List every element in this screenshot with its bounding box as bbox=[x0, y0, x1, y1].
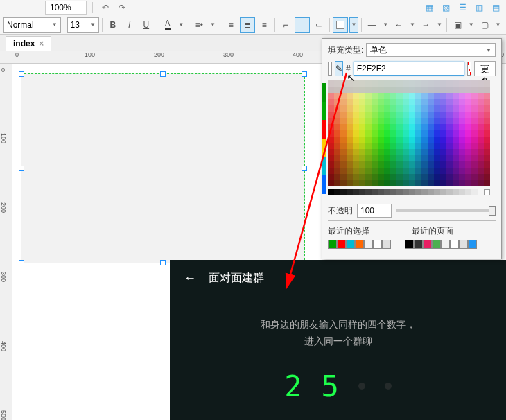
text-color-more-button[interactable]: ▼ bbox=[177, 17, 186, 33]
separator bbox=[220, 18, 220, 32]
back-arrow-icon[interactable]: ← bbox=[184, 271, 196, 286]
top-toolbar: 100% ↶ ↷ ▦ ▧ ☰ ▥ ▤ bbox=[0, 0, 506, 15]
resize-handle-e[interactable] bbox=[302, 166, 307, 171]
align-left-button[interactable]: ≡ bbox=[223, 17, 238, 33]
valign-top-button[interactable]: ⌐ bbox=[278, 17, 293, 33]
resize-handle-n[interactable] bbox=[160, 71, 166, 77]
ruler-mark-v2: 200 bbox=[0, 202, 7, 213]
fill-type-label: 填充类型: bbox=[328, 44, 363, 56]
vertical-ruler: 0 100 200 300 400 500 bbox=[0, 64, 12, 420]
line-start-button[interactable]: ← bbox=[392, 17, 407, 33]
recent-selection-heading: 最近的选择 bbox=[328, 225, 412, 237]
chevron-down-icon: ▼ bbox=[90, 21, 96, 28]
line-end-more-button[interactable]: ▼ bbox=[435, 17, 444, 33]
digit-placeholder-3 bbox=[358, 383, 365, 390]
ruler-mark-h3: 300 bbox=[223, 51, 234, 58]
snap-icon[interactable]: ▧ bbox=[439, 1, 453, 14]
valign-bottom-button[interactable]: ⌙ bbox=[311, 17, 326, 33]
ruler-mark-v4: 400 bbox=[0, 341, 7, 351]
recent-page-swatches[interactable] bbox=[405, 240, 477, 249]
eyedropper-button[interactable]: ✎ bbox=[335, 61, 343, 76]
grid-icon[interactable]: ▦ bbox=[422, 1, 436, 14]
separator bbox=[189, 18, 189, 32]
font-size-select[interactable]: 13 ▼ bbox=[67, 17, 99, 33]
cursor-icon: ↖ bbox=[347, 71, 356, 85]
layers-icon[interactable]: ▤ bbox=[489, 1, 503, 14]
digit-placeholder-4 bbox=[385, 383, 392, 390]
font-size-value: 13 bbox=[71, 20, 80, 30]
ruler-mark-v5: 500 bbox=[0, 410, 7, 420]
valign-middle-button[interactable]: = bbox=[295, 17, 310, 33]
fill-color-more-button[interactable]: ▼ bbox=[349, 17, 358, 33]
overlay-sub1: 和身边的朋友输入同样的四个数字， bbox=[184, 317, 492, 333]
align-right-button[interactable]: ≡ bbox=[256, 17, 272, 33]
ruler-mark-h4: 400 bbox=[293, 51, 303, 58]
line-start-more-button[interactable]: ▼ bbox=[408, 17, 417, 33]
resize-handle-w[interactable] bbox=[19, 166, 24, 171]
overlay-digits: 2 5 bbox=[184, 369, 492, 403]
resize-handle-nw[interactable] bbox=[19, 71, 24, 77]
overlay-title: 面对面建群 bbox=[209, 271, 264, 286]
opacity-slider-thumb[interactable] bbox=[489, 206, 496, 216]
separator bbox=[102, 18, 103, 32]
arrange-more2-button[interactable]: ▼ bbox=[494, 17, 503, 33]
resize-handle-s[interactable] bbox=[160, 260, 166, 265]
guides-icon[interactable]: ☰ bbox=[455, 1, 469, 14]
separator bbox=[329, 18, 330, 32]
arrange-more-button[interactable]: ▼ bbox=[466, 17, 476, 33]
current-fill-swatch bbox=[328, 62, 332, 76]
tab-index[interactable]: index × bbox=[6, 36, 51, 51]
ruler-corner bbox=[0, 51, 12, 64]
fill-type-select[interactable]: 单色 ▼ bbox=[366, 43, 496, 57]
paragraph-style-value: Normal bbox=[7, 20, 34, 30]
bullet-list-button[interactable]: ≡• bbox=[191, 17, 207, 33]
separator bbox=[274, 18, 275, 32]
ruler-mark-h1: 100 bbox=[85, 51, 95, 58]
separator bbox=[92, 2, 93, 13]
hex-input[interactable] bbox=[354, 62, 464, 76]
redo-icon[interactable]: ↷ bbox=[115, 1, 129, 14]
line-end-button[interactable]: → bbox=[418, 17, 433, 33]
line-more-button[interactable]: ▼ bbox=[381, 17, 390, 33]
bold-button[interactable]: B bbox=[105, 17, 121, 33]
italic-button[interactable]: I bbox=[122, 17, 137, 33]
paragraph-style-select[interactable]: Normal ▼ bbox=[3, 17, 61, 33]
separator bbox=[446, 18, 447, 32]
ruler-mark-h2: 200 bbox=[154, 51, 164, 58]
tab-title: index bbox=[13, 39, 35, 49]
fill-color-button[interactable] bbox=[333, 17, 348, 33]
side-color-stripe bbox=[322, 83, 326, 194]
overlay-subtitle: 和身边的朋友输入同样的四个数字， 进入同一个群聊 bbox=[184, 317, 492, 350]
send-back-button[interactable]: ▢ bbox=[477, 17, 492, 33]
line-button[interactable]: — bbox=[365, 17, 380, 33]
digit-1: 2 bbox=[284, 369, 302, 403]
opacity-input[interactable] bbox=[357, 204, 392, 218]
recent-selection-swatches[interactable] bbox=[328, 240, 391, 249]
overlay-preview-panel: ← 面对面建群 和身边的朋友输入同样的四个数字， 进入同一个群聊 2 5 bbox=[170, 260, 506, 420]
align-center-button[interactable]: ≣ bbox=[240, 17, 255, 33]
selected-rectangle[interactable] bbox=[21, 73, 305, 263]
text-color-button[interactable]: A bbox=[160, 17, 175, 33]
close-icon[interactable]: × bbox=[39, 39, 44, 49]
ruler-mark-v3: 300 bbox=[0, 272, 7, 282]
underline-button[interactable]: U bbox=[139, 17, 154, 33]
color-palette-grid[interactable] bbox=[328, 80, 496, 186]
opacity-label: 不透明 bbox=[328, 205, 353, 217]
bullet-list-more-button[interactable]: ▼ bbox=[208, 17, 217, 33]
opacity-slider[interactable] bbox=[396, 209, 496, 212]
ruler-mark-v0: 0 bbox=[1, 67, 5, 73]
chevron-down-icon: ▼ bbox=[486, 47, 491, 53]
zoom-select[interactable]: 100% bbox=[45, 1, 87, 15]
digit-2: 5 bbox=[322, 369, 339, 403]
no-fill-button[interactable] bbox=[467, 62, 471, 76]
zoom-value: 100% bbox=[50, 3, 71, 12]
separator bbox=[361, 18, 362, 32]
resize-handle-sw[interactable] bbox=[19, 260, 24, 265]
ruler-mark-v1: 100 bbox=[0, 133, 7, 143]
page-icon[interactable]: ▥ bbox=[472, 1, 486, 14]
grayscale-row[interactable] bbox=[328, 189, 496, 195]
bring-front-button[interactable]: ▣ bbox=[450, 17, 465, 33]
undo-icon[interactable]: ↶ bbox=[98, 1, 112, 14]
resize-handle-ne[interactable] bbox=[302, 71, 307, 77]
more-colors-button[interactable]: 更多 bbox=[474, 61, 496, 76]
